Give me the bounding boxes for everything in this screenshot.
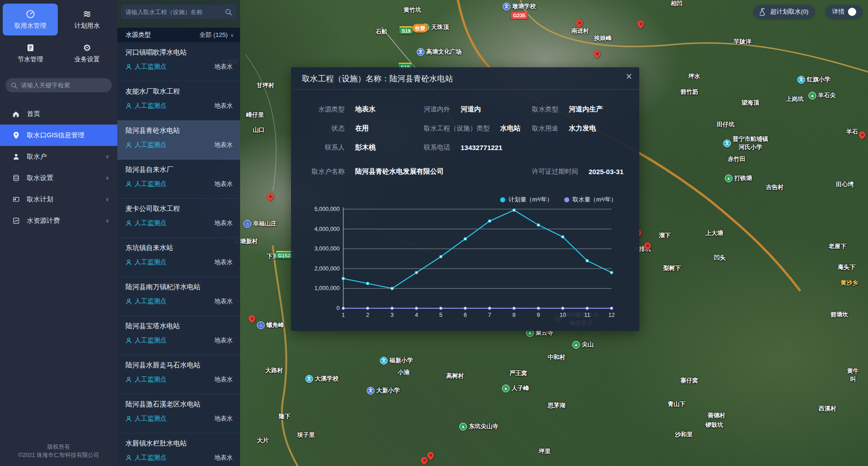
module-button[interactable]: ⚙ 业务设置 [60, 37, 115, 69]
station-search-input[interactable] [125, 9, 225, 15]
map-label: 螺角峰 [257, 321, 284, 329]
map-label: 墩塘学校 [503, 2, 536, 10]
topbar-controls: 超计划取水(0) 详情 [753, 5, 863, 19]
modal-title: 取水工程（设施）名称：陆河县青砼水电站 [291, 67, 639, 90]
water-source: 地表水 [215, 102, 233, 110]
detail-toggle[interactable]: 详情 [826, 5, 863, 19]
svg-text:10: 10 [560, 312, 566, 318]
over-plan-alert-button[interactable]: 超计划取水(0) [753, 5, 815, 19]
map-label: 南进村 [572, 27, 589, 35]
filter-label: 水源类型 [125, 31, 151, 39]
sidebar-menu-item[interactable]: 取水口GIS信息管理 [0, 125, 117, 146]
svg-text:1,000,000: 1,000,000 [314, 285, 340, 291]
map-label: 幸福山庄 [244, 220, 277, 228]
map-label: 高树村 [447, 372, 464, 380]
close-icon[interactable]: × [626, 71, 632, 82]
map-label: 收费 [412, 24, 428, 33]
field-value: 13432771221 [461, 144, 502, 151]
map-label: 老屋下 [829, 242, 847, 251]
map-label: 大路村 [266, 366, 283, 375]
station-list-item[interactable]: 陆河县水唇走马石水电站 人工监测点 地表水 [117, 355, 240, 394]
map-label: 嶂仔里 [246, 111, 264, 119]
app: 黄竹坑 天珠顶 墩塘学校 相凹 南进村 挨娘峰 [0, 0, 868, 466]
field-label: 取水户名称 [309, 167, 345, 176]
station-list-item[interactable]: 陆河县自来水厂 人工监测点 地表水 [117, 160, 240, 199]
map-marker-pin[interactable] [247, 314, 256, 323]
person-icon [125, 181, 132, 187]
legend-dot-icon [500, 197, 505, 202]
map-label: 黄沙乡 [841, 279, 858, 287]
person-icon [125, 337, 132, 344]
detail-field: 取水用途水力发电 [532, 124, 628, 133]
source-type-filter[interactable]: 全部 (125) ∨ [199, 31, 234, 39]
map-poi-icon [808, 92, 816, 100]
map-poi-icon [306, 375, 313, 383]
map-label: 石船 [376, 28, 387, 36]
station-search[interactable] [121, 5, 236, 19]
map-poi-icon [723, 140, 731, 147]
map-label: 坪水 [688, 72, 700, 80]
station-list-item[interactable]: 友能水厂取水工程 人工监测点 地表水 [117, 81, 240, 120]
sidebar-menu-item[interactable]: 取水设置 ∨ [0, 167, 117, 189]
station-list-item[interactable]: 河口镇唱歌潭水电站 人工监测点 地表水 [117, 42, 240, 81]
map-label: 黄牛叫 [846, 367, 861, 383]
map-marker-pin[interactable] [265, 192, 275, 201]
water-source: 地表水 [215, 297, 233, 306]
module-button[interactable]: 节水管理 [3, 37, 58, 69]
map-marker-pin[interactable] [574, 18, 584, 28]
map-label: 沙和里 [675, 431, 693, 439]
station-list-item[interactable]: 陆河县激石溪老区水电站 人工监测点 地表水 [117, 394, 240, 433]
toggle-knob-icon[interactable] [848, 8, 856, 16]
sidebar-menu-item[interactable]: 首页 [0, 103, 117, 125]
map-label: 普宁市船埔镇 河氏小学 [723, 135, 768, 151]
monitor-type: 人工监测点 [135, 219, 166, 227]
map-marker-pin[interactable] [592, 49, 602, 59]
sidebar-search-input[interactable] [21, 82, 106, 89]
map-label: 上大塘 [706, 229, 723, 237]
monitor-type: 人工监测点 [135, 454, 166, 462]
water-source: 地表水 [215, 415, 233, 423]
sidebar-menu-item[interactable]: 水资源计费 ∨ [0, 210, 117, 231]
detail-field: 取水工程（设施）类型水电站 [424, 124, 532, 133]
search-icon[interactable] [225, 9, 232, 15]
station-name: 友能水厂取水工程 [125, 87, 233, 96]
sidebar-menu-item[interactable]: 取水户 ∨ [0, 146, 117, 167]
field-label: 河道内外 [424, 105, 450, 114]
module-button[interactable]: 取用水管理 [3, 4, 58, 35]
field-value: 水电站 [500, 124, 521, 133]
station-list-item[interactable]: 陆河县南万镇杞洋水电站 人工监测点 地表水 [117, 277, 240, 316]
station-list-item[interactable]: 麦卡公司取水工程 人工监测点 地表水 [117, 199, 240, 238]
map-label: 高塘文化广场 [417, 48, 462, 56]
chevron-down-icon: ∨ [105, 175, 109, 181]
map-marker-pin[interactable] [857, 130, 867, 140]
sidebar-menu-item[interactable]: 取水计划 ∨ [0, 189, 117, 210]
detail-field: 状态在用 [309, 124, 424, 133]
sidebar: 取用水管理 ≋ 计划用水 节水管理 ⚙ 业务设置 [0, 0, 117, 466]
station-list-item[interactable]: 陆河县宝塔水电站 人工监测点 地表水 [117, 316, 240, 355]
usage-line-chart: 01,000,0002,000,0003,000,0004,000,0005,0… [305, 205, 639, 322]
monitor-type: 人工监测点 [135, 102, 166, 110]
water-source: 地表水 [215, 63, 233, 71]
copyright-line1: 版权所有 [0, 443, 117, 451]
field-label: 许可证过期时间 [532, 167, 578, 176]
map-label: 大溪学校 [306, 375, 339, 383]
map-poi-icon [503, 3, 511, 10]
field-label: 取水工程（设施）类型 [424, 124, 490, 133]
station-list: 水源类型 全部 (125) ∨ 河口镇唱歌潭水电站 [117, 28, 240, 466]
station-list-item[interactable]: 陆河县青砼水电站 人工监测点 地表水 [117, 120, 240, 160]
map-label: 羊石尖 [808, 91, 836, 100]
station-list-item[interactable]: 东坑镇自来水站 人工监测点 地表水 [117, 238, 240, 277]
sidebar-search[interactable] [5, 78, 112, 92]
map-label: 大新小学 [367, 386, 400, 395]
svg-text:2,000,000: 2,000,000 [314, 266, 340, 272]
map-marker-pin[interactable] [636, 19, 645, 29]
map-label: 甘坪村 [257, 81, 275, 90]
svg-text:5: 5 [439, 312, 442, 318]
station-list-item[interactable]: 水唇镇水栏肚水电站 人工监测点 地表水 [117, 433, 240, 466]
map-label: 严王窝 [510, 369, 527, 377]
station-name: 陆河县南万镇杞洋水电站 [125, 283, 233, 291]
detail-fields: 水源类型地表水河道内外河道内取水类型河道内生产 状态在用取水工程（设施）类型水电… [291, 90, 639, 176]
chevron-down-icon: ∨ [105, 196, 109, 202]
module-button[interactable]: ≋ 计划用水 [60, 4, 115, 35]
water-source: 地表水 [215, 180, 233, 188]
